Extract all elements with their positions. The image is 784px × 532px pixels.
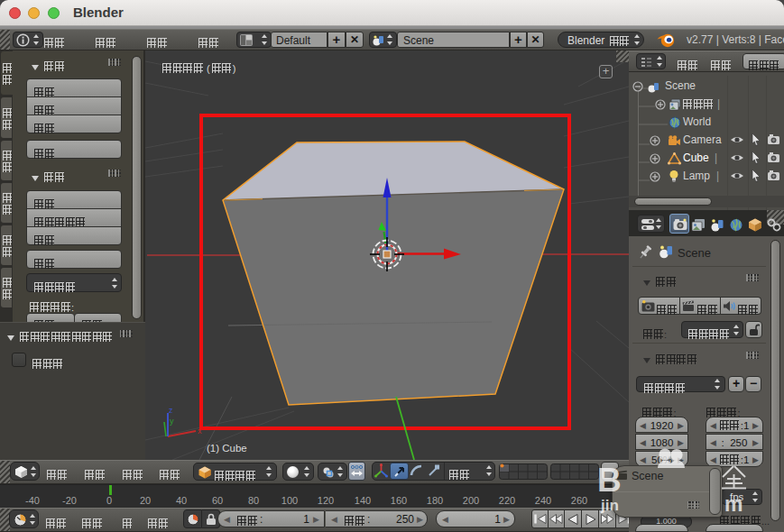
svg-text:x: x: [198, 427, 202, 436]
svg-text:y: y: [170, 417, 174, 426]
svg-text:z: z: [169, 406, 173, 415]
svg-text:(1) Cube: (1) Cube: [207, 443, 247, 454]
